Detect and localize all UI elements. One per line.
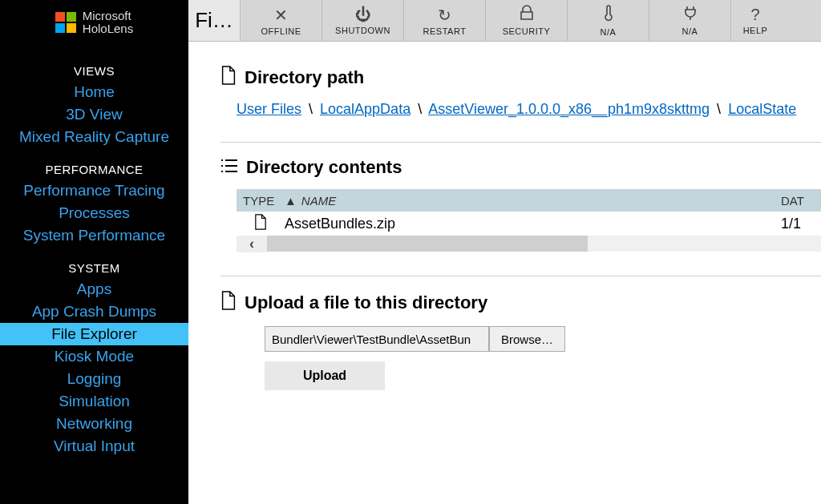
- upload-file-input[interactable]: Bundler\Viewer\TestBundle\AssetBun: [265, 326, 489, 352]
- col-date[interactable]: DAT: [781, 194, 821, 208]
- offline-button[interactable]: ✕ OFFLINE: [241, 0, 322, 41]
- close-x-icon: ✕: [274, 6, 288, 25]
- power-icon: ⏻: [355, 6, 371, 24]
- sidebar-item-mixed-reality-capture[interactable]: Mixed Reality Capture: [0, 126, 188, 148]
- microsoft-logo-icon: [55, 12, 76, 33]
- brand-text: Microsoft HoloLens: [83, 10, 133, 35]
- section-title-performance: PERFORMANCE: [0, 163, 188, 176]
- sidebar-item-virtual-input[interactable]: Virtual Input: [0, 435, 188, 458]
- shutdown-button[interactable]: ⏻ SHUTDOWN: [322, 0, 404, 41]
- sidebar-section-system: SYSTEM Apps App Crash Dumps File Explore…: [0, 247, 188, 458]
- sidebar-section-performance: PERFORMANCE Performance Tracing Processe…: [0, 148, 188, 247]
- section-title-views: VIEWS: [0, 64, 188, 78]
- file-icon: [220, 66, 237, 90]
- thermometer-icon: [603, 4, 614, 26]
- directory-path-heading: Directory path: [220, 66, 821, 90]
- sidebar-item-processes[interactable]: Processes: [0, 202, 188, 224]
- col-type[interactable]: TYPE: [237, 194, 285, 208]
- directory-contents-heading: Directory contents: [220, 157, 821, 178]
- file-table: TYPE ▲NAME DAT AssetBundles.zip 1/1 ‹: [237, 189, 821, 252]
- sidebar-section-views: VIEWS Home 3D View Mixed Reality Capture: [0, 50, 188, 148]
- sidebar-item-logging[interactable]: Logging: [0, 368, 188, 390]
- col-name[interactable]: ▲NAME: [285, 194, 781, 208]
- plug-icon: [682, 5, 698, 25]
- toolbar: Fi… ✕ OFFLINE ⏻ SHUTDOWN ↻ RESTART SECUR…: [188, 0, 821, 42]
- restart-icon: ↻: [438, 6, 451, 25]
- sidebar-item-networking[interactable]: Networking: [0, 413, 188, 435]
- question-icon: ?: [750, 6, 759, 24]
- security-button[interactable]: SECURITY: [486, 0, 568, 41]
- sidebar-item-performance-tracing[interactable]: Performance Tracing: [0, 179, 188, 202]
- file-icon: [220, 291, 237, 315]
- section-title-system: SYSTEM: [0, 261, 188, 275]
- sidebar-item-kiosk-mode[interactable]: Kiosk Mode: [0, 345, 188, 368]
- upload-button[interactable]: Upload: [265, 361, 385, 390]
- sidebar-item-3d-view[interactable]: 3D View: [0, 103, 188, 126]
- table-row[interactable]: AssetBundles.zip 1/1: [237, 212, 821, 236]
- toolbar-title: Fi…: [188, 0, 241, 41]
- power-status-button[interactable]: N/A: [649, 0, 731, 41]
- upload-heading: Upload a file to this directory: [220, 291, 821, 315]
- main-panel: Fi… ✕ OFFLINE ⏻ SHUTDOWN ↻ RESTART SECUR…: [188, 0, 821, 504]
- sidebar-item-app-crash-dumps[interactable]: App Crash Dumps: [0, 300, 188, 323]
- lock-icon: [520, 5, 534, 25]
- breadcrumb-assetviewer[interactable]: AssetViewer_1.0.0.0_x86__ph1m9x8skttmg: [428, 101, 710, 117]
- sidebar-item-system-performance[interactable]: System Performance: [0, 224, 188, 247]
- sidebar-item-file-explorer[interactable]: File Explorer: [0, 323, 188, 345]
- row-file-date: 1/1: [781, 216, 821, 232]
- table-header: TYPE ▲NAME DAT: [237, 189, 821, 212]
- sidebar-item-simulation[interactable]: Simulation: [0, 390, 188, 413]
- help-button[interactable]: ? HELP: [731, 0, 779, 41]
- breadcrumb-localstate[interactable]: LocalState: [728, 101, 796, 117]
- sidebar: Microsoft HoloLens VIEWS Home 3D View Mi…: [0, 0, 188, 504]
- sort-ascending-icon: ▲: [285, 194, 297, 208]
- sidebar-item-apps[interactable]: Apps: [0, 278, 188, 300]
- breadcrumb: User Files \ LocalAppData \ AssetViewer_…: [237, 101, 821, 118]
- scroll-left-icon[interactable]: ‹: [237, 236, 267, 252]
- brand-logo: Microsoft HoloLens: [0, 10, 188, 35]
- content-area: Directory path User Files \ LocalAppData…: [188, 42, 821, 504]
- temperature-button[interactable]: N/A: [568, 0, 649, 41]
- row-file-icon: [237, 214, 285, 234]
- breadcrumb-user-files[interactable]: User Files: [237, 101, 301, 117]
- restart-button[interactable]: ↻ RESTART: [404, 0, 486, 41]
- browse-button[interactable]: Browse…: [489, 326, 565, 352]
- sidebar-item-home[interactable]: Home: [0, 81, 188, 103]
- horizontal-scrollbar[interactable]: ‹: [237, 236, 821, 252]
- list-icon: [220, 157, 238, 178]
- scroll-thumb[interactable]: [267, 236, 588, 252]
- row-file-name: AssetBundles.zip: [285, 216, 781, 232]
- breadcrumb-localappdata[interactable]: LocalAppData: [320, 101, 410, 117]
